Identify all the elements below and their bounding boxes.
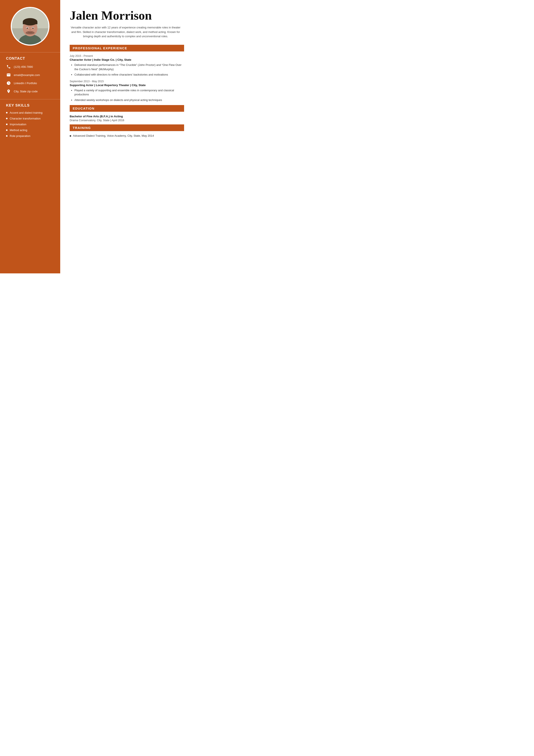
- avatar: [11, 7, 49, 46]
- contact-phone: (123) 456-7890: [6, 64, 55, 69]
- job-1: July 2015 - Present Character Actor | In…: [70, 54, 184, 77]
- skills-title: KEY SKILLS: [6, 103, 55, 108]
- linkedin-text: LinkedIn I Portfolio: [14, 82, 37, 85]
- skills-section: KEY SKILLS Accent and dialect training C…: [0, 99, 60, 142]
- list-item: Role preparation: [6, 134, 55, 138]
- education-section-header: EDUCATION: [70, 105, 184, 112]
- email-text: email@example.com: [14, 73, 40, 77]
- skill-list: Accent and dialect training Character tr…: [6, 111, 55, 138]
- location-icon: [6, 89, 11, 94]
- training-item: Advanced Dialect Training, Voice Academy…: [70, 134, 184, 137]
- list-item: Accent and dialect training: [6, 111, 55, 114]
- skill-label: Accent and dialect training: [10, 111, 42, 114]
- phone-icon: [6, 64, 11, 69]
- bullet-icon: [6, 129, 8, 131]
- list-item: Played a variety of supporting and ensem…: [74, 88, 184, 97]
- contact-address: City, State zip code: [6, 89, 55, 94]
- edu-institution: Drama Conservatory, City, State | April …: [70, 119, 184, 122]
- bullet-icon: [70, 135, 71, 137]
- linkedin-icon: [6, 81, 11, 86]
- bullet-icon: [6, 123, 8, 125]
- main-content: Jalen Morrison Versatile character actor…: [60, 0, 193, 273]
- list-item: Character transformation: [6, 117, 55, 120]
- education-block: Bachelor of Fine Arts (B.F.A.) in Acting…: [70, 115, 184, 122]
- training-section-header: TRAINING: [70, 124, 184, 131]
- svg-point-12: [29, 29, 31, 31]
- job-title: Character Actor | Indie Stage Co. | City…: [70, 58, 184, 61]
- skill-label: Role preparation: [10, 134, 30, 138]
- skill-label: Improvisation: [10, 123, 26, 126]
- job-date: July 2015 - Present: [70, 54, 184, 58]
- sidebar: CONTACT (123) 456-7890 email@example.com: [0, 0, 60, 273]
- svg-point-13: [26, 31, 35, 35]
- address-text: City, State zip code: [14, 90, 38, 93]
- list-item: Method acting: [6, 128, 55, 132]
- bullet-icon: [6, 118, 8, 119]
- list-item: Attended weekly workshops on dialects an…: [74, 98, 184, 102]
- list-item: Collaborated with directors to refine ch…: [74, 72, 184, 77]
- svg-point-10: [27, 28, 28, 29]
- contact-section: CONTACT (123) 456-7890 email@example.com: [0, 53, 60, 99]
- list-item: Improvisation: [6, 123, 55, 126]
- job-bullets: Played a variety of supporting and ensem…: [70, 88, 184, 102]
- bullet-icon: [6, 135, 8, 137]
- job-2: September 2013 - May 2015 Supporting Act…: [70, 80, 184, 102]
- job-date: September 2013 - May 2015: [70, 80, 184, 83]
- svg-point-11: [32, 28, 34, 29]
- email-icon: [6, 72, 11, 77]
- page-title: Jalen Morrison: [70, 9, 184, 22]
- contact-email: email@example.com: [6, 72, 55, 77]
- edu-degree: Bachelor of Fine Arts (B.F.A.) in Acting: [70, 115, 184, 118]
- summary-text: Versatile character actor with 12 years …: [70, 25, 182, 39]
- contact-linkedin: LinkedIn I Portfolio: [6, 81, 55, 86]
- experience-section-header: PROFESSIONAL EXPERIENCE: [70, 45, 184, 51]
- list-item: Delivered standout performances in “The …: [74, 63, 184, 71]
- bullet-icon: [6, 112, 8, 114]
- skill-label: Character transformation: [10, 117, 41, 120]
- svg-rect-7: [23, 22, 38, 24]
- job-bullets: Delivered standout performances in “The …: [70, 63, 184, 77]
- phone-text: (123) 456-7890: [14, 65, 33, 68]
- skill-label: Method acting: [10, 128, 27, 132]
- job-title: Supporting Actor | Local Repertory Theat…: [70, 84, 184, 87]
- training-text: Advanced Dialect Training, Voice Academy…: [73, 134, 154, 137]
- contact-title: CONTACT: [6, 56, 55, 61]
